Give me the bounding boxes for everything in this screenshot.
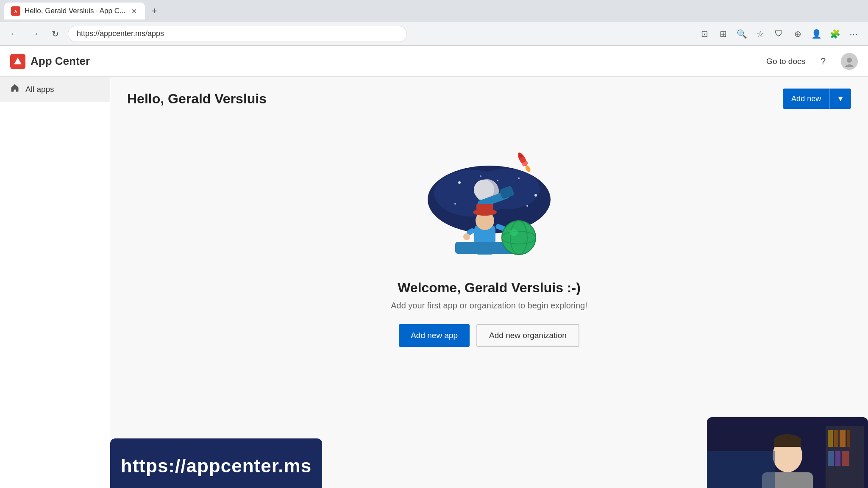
sidebar-item-all-apps[interactable]: All apps: [0, 77, 110, 102]
svg-point-3: [847, 58, 852, 63]
welcome-buttons: Add new app Add new organization: [399, 324, 579, 347]
svg-rect-43: [840, 430, 846, 447]
zoom-icon[interactable]: 🔍: [734, 26, 749, 42]
add-new-dropdown-icon: ▼: [830, 94, 851, 103]
svg-rect-44: [847, 430, 850, 447]
back-button[interactable]: ←: [7, 26, 22, 42]
svg-text:A: A: [14, 9, 17, 14]
svg-point-12: [526, 205, 528, 207]
sidebar: All apps «: [0, 77, 110, 488]
screenshot-icon[interactable]: ⊡: [697, 26, 712, 42]
shield-icon[interactable]: 🛡: [771, 26, 787, 42]
browser-chrome: A Hello, Gerald Versluis · App C... ✕ + …: [0, 0, 868, 46]
new-tab-button[interactable]: +: [147, 3, 162, 19]
app-name: App Center: [31, 55, 90, 68]
go-to-docs-link[interactable]: Go to docs: [766, 57, 805, 66]
page-title: Hello, Gerald Versluis: [127, 91, 267, 107]
main-layout: All apps « Hello, Gerald Versluis Add ne…: [0, 77, 868, 488]
browser-actions: ⊡ ⊞ 🔍 ☆ 🛡 ⊕ 👤 🧩 ⋯: [697, 26, 861, 42]
url-overlay-text: https://appcenter.ms: [121, 455, 312, 477]
add-new-org-button[interactable]: Add new organization: [476, 324, 579, 347]
logo-icon: [10, 54, 25, 69]
svg-point-14: [497, 180, 498, 181]
url-overlay: https://appcenter.ms: [110, 438, 322, 488]
video-person: [707, 417, 868, 488]
welcome-illustration: [417, 128, 561, 272]
header-right: Go to docs ?: [766, 53, 858, 70]
content-area: Hello, Gerald Versluis Add new ▼: [110, 77, 868, 488]
welcome-section: Welcome, Gerald Versluis :-) Add your fi…: [110, 119, 868, 355]
svg-marker-2: [14, 58, 22, 64]
svg-point-38: [509, 229, 518, 236]
forward-button[interactable]: →: [27, 26, 42, 42]
user-avatar[interactable]: [841, 53, 858, 70]
svg-rect-45: [828, 451, 834, 466]
svg-rect-47: [842, 451, 849, 466]
welcome-title: Welcome, Gerald Versluis :-): [398, 280, 581, 296]
app-header: App Center Go to docs ?: [0, 46, 868, 77]
add-new-button-label: Add new: [783, 94, 829, 103]
svg-point-9: [518, 177, 520, 179]
svg-rect-53: [707, 451, 775, 488]
bookmark-icon[interactable]: ⊕: [790, 26, 805, 42]
address-bar: ← → ↻ ⊡ ⊞ 🔍 ☆ 🛡 ⊕ 👤 🧩 ⋯: [0, 22, 868, 46]
tab-favicon: A: [11, 6, 20, 16]
all-apps-label: All apps: [25, 85, 54, 94]
svg-point-8: [458, 181, 461, 184]
tab-title: Hello, Gerald Versluis · App C...: [25, 7, 125, 15]
app-logo[interactable]: App Center: [10, 54, 90, 69]
welcome-subtitle: Add your first app or organization to be…: [391, 301, 587, 311]
refresh-button[interactable]: ↻: [47, 26, 63, 42]
active-tab[interactable]: A Hello, Gerald Versluis · App C... ✕: [4, 3, 145, 19]
svg-rect-52: [774, 438, 801, 447]
add-new-app-button[interactable]: Add new app: [399, 324, 470, 347]
star-icon[interactable]: ☆: [753, 26, 768, 42]
svg-rect-42: [834, 430, 838, 447]
tab-bar: A Hello, Gerald Versluis · App C... ✕ +: [0, 0, 868, 22]
svg-rect-41: [828, 430, 833, 447]
help-button[interactable]: ?: [815, 54, 831, 69]
home-icon: [10, 83, 19, 95]
extension-icon[interactable]: 🧩: [827, 26, 843, 42]
tab-close-button[interactable]: ✕: [130, 7, 138, 15]
svg-point-13: [480, 175, 481, 177]
svg-point-29: [463, 233, 470, 240]
url-input[interactable]: [68, 26, 407, 42]
video-overlay: [707, 417, 868, 488]
person-icon[interactable]: 👤: [809, 26, 824, 42]
svg-rect-26: [476, 204, 493, 213]
svg-point-11: [454, 203, 456, 205]
add-new-button[interactable]: Add new ▼: [783, 89, 851, 109]
grid-icon[interactable]: ⊞: [715, 26, 731, 42]
svg-point-10: [534, 194, 537, 197]
content-header: Hello, Gerald Versluis Add new ▼: [110, 77, 868, 119]
menu-icon[interactable]: ⋯: [846, 26, 861, 42]
svg-rect-46: [835, 451, 840, 466]
svg-point-4: [845, 64, 854, 67]
